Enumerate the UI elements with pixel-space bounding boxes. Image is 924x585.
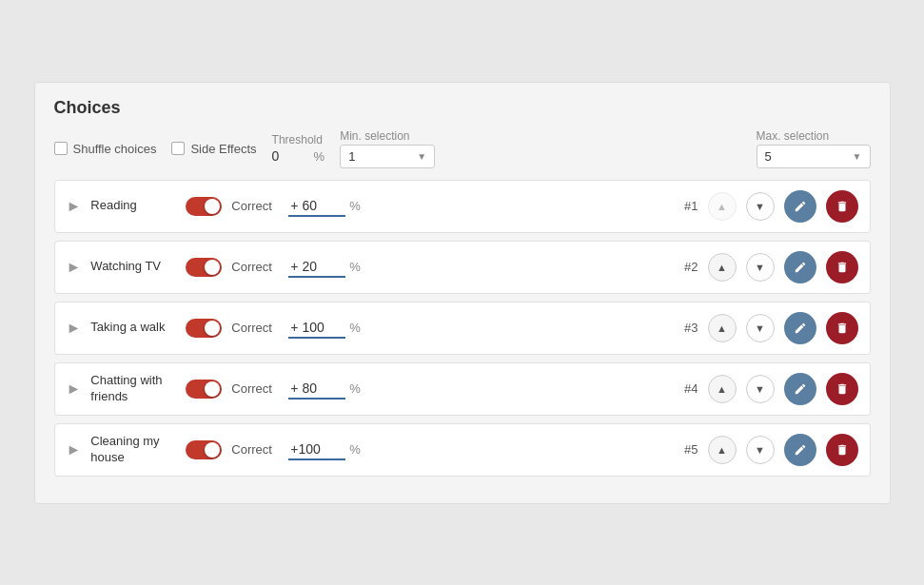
pct-sign: % — [349, 381, 361, 396]
side-effects-group: Side Effects — [171, 142, 256, 156]
correct-text: Correct — [231, 199, 279, 213]
correct-text: Correct — [231, 442, 279, 457]
edit-button[interactable] — [784, 251, 816, 283]
min-selection-arrow: ▼ — [417, 151, 426, 162]
choice-label: Taking a walk — [90, 320, 176, 336]
choice-label: Watching TV — [90, 259, 176, 275]
delete-button[interactable] — [826, 373, 858, 405]
min-selection-label: Min. selection — [340, 129, 435, 143]
shuffle-checkbox[interactable] — [54, 142, 68, 155]
threshold-label: Threshold — [272, 133, 325, 146]
threshold-group: Threshold 0 % — [272, 133, 325, 164]
table-row: ► Cleaning my house Correct % #5 ▲ ▼ — [54, 423, 871, 477]
threshold-input-group: 0 % — [272, 148, 325, 164]
order-number: #5 — [672, 442, 698, 457]
value-input[interactable] — [288, 196, 345, 217]
choice-label: Chatting with friends — [90, 373, 176, 405]
table-row: ► Chatting with friends Correct % #4 ▲ ▼ — [54, 362, 871, 416]
move-down-button[interactable]: ▼ — [746, 436, 775, 464]
edit-button[interactable] — [784, 434, 816, 466]
pct-sign: % — [349, 321, 361, 335]
value-group: % — [288, 257, 661, 278]
value-group: % — [288, 379, 661, 400]
correct-text: Correct — [231, 260, 279, 274]
drag-handle-icon[interactable]: ► — [67, 259, 82, 276]
order-number: #2 — [672, 260, 698, 274]
table-row: ► Reading Correct % #1 ▲ ▼ — [54, 180, 871, 233]
choice-label: Cleaning my house — [90, 434, 176, 466]
correct-text: Correct — [231, 381, 279, 396]
choices-panel: Choices Shuffle choices Side Effects Thr… — [34, 82, 891, 504]
min-selection-select[interactable]: 1 ▼ — [340, 145, 435, 168]
shuffle-group: Shuffle choices — [54, 142, 157, 156]
shuffle-label: Shuffle choices — [73, 142, 157, 156]
order-number: #3 — [672, 321, 698, 335]
move-up-button: ▲ — [708, 192, 737, 221]
drag-handle-icon[interactable]: ► — [67, 320, 82, 337]
move-up-button[interactable]: ▲ — [708, 436, 737, 464]
threshold-value[interactable]: 0 — [272, 148, 310, 164]
correct-text: Correct — [231, 321, 279, 335]
table-row: ► Taking a walk Correct % #3 ▲ ▼ — [54, 302, 871, 355]
header-controls: Shuffle choices Side Effects Threshold 0… — [54, 129, 871, 168]
move-up-button[interactable]: ▲ — [708, 375, 737, 403]
value-input[interactable] — [288, 439, 345, 460]
delete-button[interactable] — [826, 251, 858, 283]
pct-sign: % — [349, 199, 361, 213]
value-input[interactable] — [288, 379, 345, 400]
value-group: % — [288, 439, 661, 460]
edit-button[interactable] — [784, 190, 816, 223]
value-input[interactable] — [288, 257, 345, 278]
order-number: #4 — [672, 381, 698, 396]
correct-toggle[interactable] — [186, 440, 222, 459]
pct-sign: % — [349, 442, 361, 457]
value-group: % — [288, 196, 661, 217]
value-group: % — [288, 318, 661, 339]
delete-button[interactable] — [826, 434, 858, 466]
move-up-button[interactable]: ▲ — [708, 253, 737, 282]
drag-handle-icon[interactable]: ► — [67, 380, 82, 398]
delete-button[interactable] — [826, 312, 858, 344]
max-selection-group: Max. selection 5 ▼ — [757, 129, 871, 168]
drag-handle-icon[interactable]: ► — [67, 198, 82, 215]
delete-button[interactable] — [826, 190, 858, 223]
correct-toggle[interactable] — [186, 380, 222, 399]
move-up-button[interactable]: ▲ — [708, 314, 737, 342]
choice-label: Reading — [90, 198, 176, 214]
move-down-button[interactable]: ▼ — [746, 192, 775, 221]
choices-table: ► Reading Correct % #1 ▲ ▼ ► Watching TV — [54, 180, 871, 477]
side-effects-label: Side Effects — [190, 142, 256, 156]
correct-toggle[interactable] — [186, 258, 222, 277]
correct-toggle[interactable] — [186, 197, 222, 216]
move-down-button[interactable]: ▼ — [746, 375, 775, 403]
value-input[interactable] — [288, 318, 345, 339]
max-selection-label: Max. selection — [757, 129, 871, 143]
threshold-pct: % — [314, 149, 325, 164]
move-down-button[interactable]: ▼ — [746, 314, 775, 342]
max-selection-select[interactable]: 5 ▼ — [757, 145, 871, 168]
side-effects-checkbox[interactable] — [171, 142, 185, 155]
order-number: #1 — [672, 199, 698, 213]
table-row: ► Watching TV Correct % #2 ▲ ▼ — [54, 241, 871, 294]
correct-toggle[interactable] — [186, 319, 222, 338]
panel-title: Choices — [54, 98, 871, 118]
move-down-button[interactable]: ▼ — [746, 253, 775, 282]
max-selection-arrow: ▼ — [853, 151, 862, 162]
edit-button[interactable] — [784, 373, 816, 405]
edit-button[interactable] — [784, 312, 816, 344]
drag-handle-icon[interactable]: ► — [67, 441, 82, 458]
pct-sign: % — [349, 260, 361, 274]
min-selection-group: Min. selection 1 ▼ — [340, 129, 435, 168]
min-selection-value: 1 — [348, 149, 355, 164]
max-selection-value: 5 — [765, 149, 772, 164]
